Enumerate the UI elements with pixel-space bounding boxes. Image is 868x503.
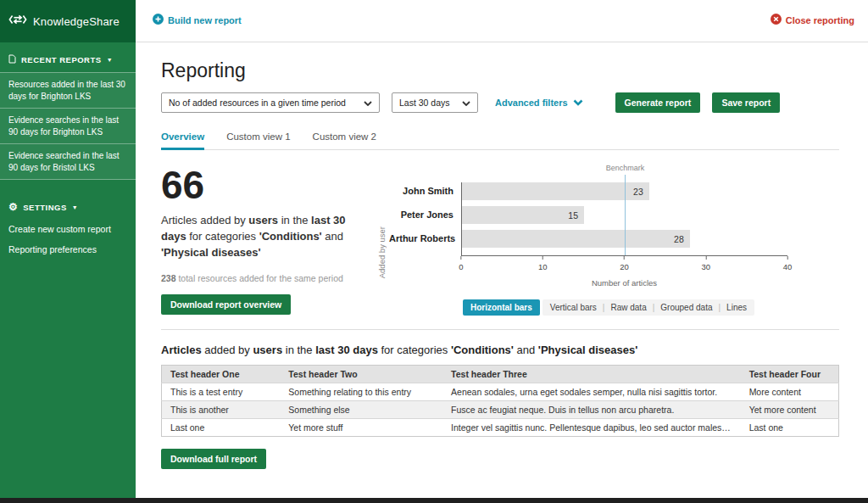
overview-section: 66 Articles added by users in the last 3…: [161, 165, 839, 316]
knowledgeshare-logo-icon: [8, 10, 27, 32]
x-tick-label: 20: [620, 262, 629, 271]
separator: |: [603, 303, 605, 312]
chart-bar: 15: [462, 206, 584, 224]
settings-item[interactable]: Create new custom report: [0, 219, 136, 239]
advanced-filters-label: Advanced filters: [495, 98, 568, 108]
advanced-filters-link[interactable]: Advanced filters: [495, 98, 583, 108]
close-circle-icon: [771, 14, 782, 26]
report-controls: No of added resources in a given time pe…: [161, 92, 839, 113]
table-cell: This is a test entry: [162, 383, 281, 401]
recent-reports-header[interactable]: RECENT REPORTS ▼: [0, 42, 136, 72]
logo-text: KnowledgeShare: [33, 15, 120, 28]
chart-category-label: Arthur Roberts: [389, 230, 461, 248]
chart-bar-value: 23: [633, 187, 643, 197]
chart-bars: Benchmark 231528: [461, 182, 787, 256]
chart-view-toggle: Horizontal barsVertical bars|Raw data|Gr…: [377, 299, 839, 316]
table-row: Last oneYet more stuffInteger vel sagitt…: [162, 419, 839, 437]
table-cell: Yet more stuff: [280, 419, 442, 437]
chart-body: John SmithPeter JonesArthur Roberts Benc…: [389, 170, 839, 288]
report-table: Test header OneTest header TwoTest heade…: [161, 365, 839, 437]
chart-labels: John SmithPeter JonesArthur Roberts: [389, 170, 461, 288]
chevron-down-icon: [462, 98, 470, 108]
chart-plot: Benchmark 231528 010203040 Number of art…: [461, 170, 787, 288]
close-reporting-label: Close reporting: [786, 15, 854, 25]
table-cell: Fusce ac feugiat neque. Duis in tellus n…: [442, 401, 741, 419]
recent-report-item[interactable]: Evidence searches in the last 90 days fo…: [0, 108, 136, 143]
tick-mark: [787, 256, 787, 260]
bar-chart: Added by user John SmithPeter JonesArthu…: [377, 165, 839, 316]
table-cell: Last one: [741, 419, 839, 437]
table-heading: Articles added by users in the last 30 d…: [161, 344, 839, 356]
x-tick-label: 0: [459, 262, 463, 271]
settings-header[interactable]: ⚙ SETTINGS ▼: [0, 180, 136, 219]
build-new-report-label: Build new report: [168, 15, 242, 25]
generate-report-button[interactable]: Generate report: [615, 92, 701, 113]
table-header-cell: Test header Four: [741, 366, 839, 383]
settings-item[interactable]: Reporting preferences: [0, 239, 136, 260]
report-table-section: Articles added by users in the last 30 d…: [161, 344, 839, 469]
chart-bar: 28: [462, 230, 690, 248]
save-report-button[interactable]: Save report: [712, 92, 780, 113]
tab-custom-view-1[interactable]: Custom view 1: [226, 126, 290, 149]
table-header-cell: Test header Three: [442, 366, 741, 383]
overview-description: Articles added by users in the last 30 d…: [161, 213, 371, 261]
table-cell: Something relating to this entry: [280, 383, 442, 401]
page-title: Reporting: [161, 59, 839, 82]
logo[interactable]: KnowledgeShare: [0, 0, 136, 42]
recent-reports-list: Resources added in the last 30 days for …: [0, 72, 136, 180]
table-cell: This is another: [162, 401, 281, 419]
plus-circle-icon: [153, 14, 164, 26]
x-tick-label: 10: [538, 262, 548, 271]
gear-icon: ⚙: [8, 202, 18, 212]
build-new-report-link[interactable]: Build new report: [153, 14, 242, 26]
view-option-vertical-bars[interactable]: Vertical bars: [550, 303, 597, 312]
chart-x-axis: 010203040: [461, 256, 787, 277]
view-option-horizontal-bars[interactable]: Horizontal bars: [463, 299, 540, 316]
table-cell: Aenean sodales, urna eget sodales semper…: [442, 383, 741, 401]
section-divider: [161, 329, 839, 330]
recent-report-item[interactable]: Evidence searched in the last 90 days fo…: [0, 143, 136, 180]
tab-overview[interactable]: Overview: [161, 126, 204, 149]
table-cell: Last one: [162, 419, 281, 437]
view-option-lines[interactable]: Lines: [726, 303, 747, 312]
view-option-grouped-data[interactable]: Grouped data: [660, 303, 712, 312]
table-row: This is a test entrySomething relating t…: [162, 383, 839, 401]
period-select[interactable]: Last 30 days: [392, 92, 478, 113]
tick-mark: [542, 256, 543, 260]
tick-mark: [705, 256, 706, 260]
view-options-group: Vertical bars|Raw data|Grouped data|Line…: [542, 299, 754, 316]
topbar: Build new report Close reporting: [136, 0, 868, 42]
table-cell: Integer vel sagittis nunc. Pellentesque …: [442, 419, 741, 437]
table-header-row: Test header OneTest header TwoTest heade…: [162, 366, 839, 383]
x-tick: 0: [459, 256, 463, 271]
x-tick: 30: [701, 256, 710, 271]
separator: |: [718, 303, 721, 312]
table-cell: More content: [741, 383, 839, 401]
recent-report-item[interactable]: Resources added in the last 30 days for …: [0, 72, 136, 108]
chart-x-axis-label: Number of articles: [461, 278, 787, 288]
chart-category-label: Peter Jones: [389, 206, 461, 224]
x-tick: 10: [538, 256, 548, 271]
document-icon: [8, 54, 16, 65]
big-number: 66: [161, 165, 377, 204]
view-option-raw-data[interactable]: Raw data: [610, 303, 646, 312]
download-report-overview-button[interactable]: Download report overview: [161, 294, 291, 315]
x-tick-label: 30: [701, 262, 710, 271]
chart-category-label: John Smith: [389, 182, 461, 200]
tab-custom-view-2[interactable]: Custom view 2: [313, 126, 376, 149]
overview-subtext: 238 total resources added for the same p…: [161, 273, 377, 283]
benchmark-label: Benchmark: [606, 164, 645, 172]
tabs: OverviewCustom view 1Custom view 2: [161, 126, 839, 150]
table-header-cell: Test header One: [162, 366, 281, 383]
main-content: Reporting No of added resources in a giv…: [136, 42, 868, 497]
download-full-report-button[interactable]: Download full report: [161, 449, 266, 469]
x-tick-label: 40: [783, 262, 793, 271]
bottom-strip: [0, 498, 868, 503]
recent-reports-label: RECENT REPORTS: [21, 55, 102, 64]
chart-bar-value: 15: [568, 210, 578, 221]
table-cell: Something else: [280, 401, 442, 419]
close-reporting-link[interactable]: Close reporting: [771, 14, 854, 26]
report-type-select[interactable]: No of added resources in a given time pe…: [161, 92, 380, 113]
table-body: This is a test entrySomething relating t…: [162, 383, 839, 437]
table-row: This is anotherSomething elseFusce ac fe…: [162, 401, 839, 419]
